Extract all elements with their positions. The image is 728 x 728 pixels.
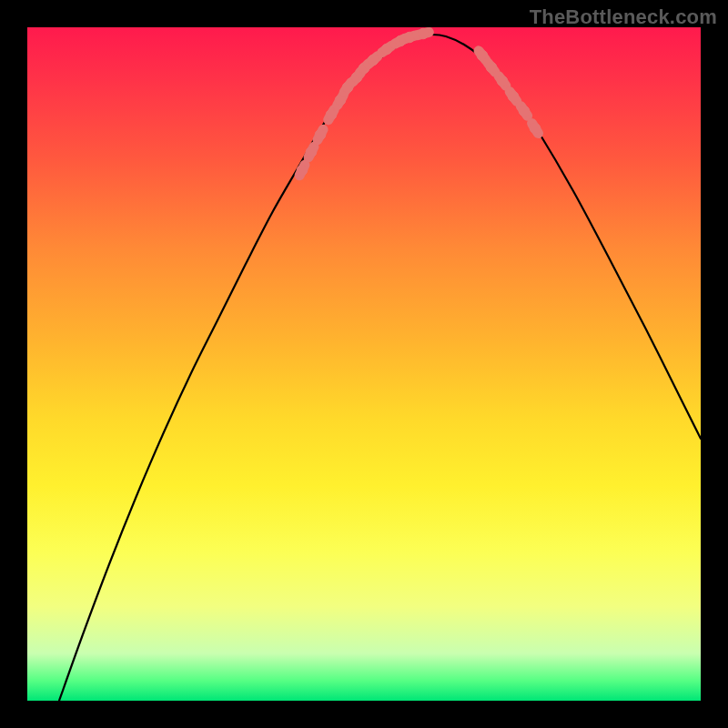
marker-dot [508, 91, 519, 102]
chart-plot-area [27, 27, 701, 701]
right-cluster-markers [477, 50, 541, 134]
marker-dot [315, 129, 326, 140]
marker-dot [530, 123, 541, 134]
marker-dot [497, 76, 508, 86]
marker-dot [486, 62, 497, 73]
chart-svg [27, 27, 701, 701]
bottleneck-curve [59, 35, 701, 701]
marker-dot [418, 28, 429, 39]
left-cluster-markers [297, 28, 429, 176]
marker-dot [519, 106, 530, 116]
marker-dot [368, 55, 379, 66]
marker-dot [326, 109, 337, 120]
marker-dot [306, 147, 317, 157]
marker-dot [381, 44, 392, 55]
marker-dot [297, 165, 308, 176]
watermark-text: TheBottleneck.com [530, 5, 717, 29]
